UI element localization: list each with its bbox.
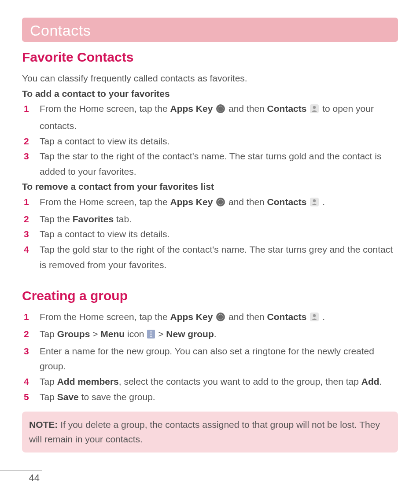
- svg-point-14: [151, 333, 152, 335]
- svg-point-8: [216, 313, 225, 321]
- note-text: If you delete a group, the contacts assi…: [29, 419, 380, 444]
- bold-groups: Groups: [57, 329, 90, 339]
- step-text: .: [379, 376, 382, 386]
- page-number: 44: [29, 472, 40, 483]
- list-item: Tap Add members, select the contacts you…: [22, 374, 398, 390]
- list-item: Tap the star to the right of the contact…: [22, 149, 398, 179]
- step-text: Tap: [40, 376, 57, 386]
- section-heading-favorite: Favorite Contacts: [22, 50, 398, 65]
- contacts-icon: [309, 103, 319, 118]
- bold-apps-key: Apps Key: [170, 312, 213, 322]
- bold-save: Save: [57, 392, 79, 402]
- bold-contacts: Contacts: [267, 312, 307, 322]
- note-box: NOTE: If you delete a group, the contact…: [22, 412, 398, 452]
- menu-icon: [147, 328, 155, 344]
- list-item: Tap the Favorites tab.: [22, 212, 398, 227]
- step-text: .: [214, 329, 217, 339]
- svg-point-15: [151, 335, 152, 337]
- step-text: Tap the: [40, 214, 73, 224]
- svg-point-7: [313, 199, 316, 202]
- step-text: From the Home screen, tap the: [40, 197, 170, 207]
- step-text: icon: [125, 329, 147, 339]
- bold-menu: Menu: [100, 329, 125, 339]
- section-heading-group: Creating a group: [22, 288, 398, 303]
- steps-add-favorite: From the Home screen, tap the Apps Key a…: [22, 101, 398, 179]
- step-text: to save the group.: [79, 392, 155, 402]
- step-text: From the Home screen, tap the: [40, 103, 170, 114]
- bold-add: Add: [361, 376, 379, 386]
- svg-point-0: [216, 104, 225, 113]
- chapter-title: Contacts: [30, 22, 390, 39]
- steps-remove-favorite: From the Home screen, tap the Apps Key a…: [22, 195, 398, 272]
- bold-apps-key: Apps Key: [170, 197, 213, 207]
- apps-key-icon: [216, 103, 225, 118]
- step-text: .: [320, 197, 325, 207]
- list-item: From the Home screen, tap the Apps Key a…: [22, 101, 398, 133]
- bold-apps-key: Apps Key: [170, 103, 213, 114]
- step-text: Tap: [40, 392, 57, 402]
- svg-point-4: [216, 198, 225, 206]
- svg-point-3: [313, 106, 316, 109]
- svg-point-11: [313, 314, 316, 317]
- list-item: Tap Save to save the group.: [22, 390, 398, 405]
- step-text: From the Home screen, tap the: [40, 312, 170, 322]
- step-text: , select the contacts you want to add to…: [119, 376, 361, 386]
- step-text: .: [320, 312, 325, 322]
- list-item: Enter a name for the new group. You can …: [22, 344, 398, 374]
- bold-contacts: Contacts: [267, 197, 307, 207]
- bold-add-members: Add members: [57, 376, 119, 386]
- list-item: From the Home screen, tap the Apps Key a…: [22, 195, 398, 212]
- apps-key-icon: [216, 311, 225, 327]
- bold-contacts: Contacts: [267, 103, 307, 114]
- step-text: and then: [226, 197, 267, 207]
- subheading-add: To add a contact to your favorites: [22, 86, 398, 102]
- chapter-header: Contacts: [22, 18, 398, 42]
- step-text: >: [155, 329, 166, 339]
- step-text: and then: [226, 103, 267, 114]
- apps-key-icon: [216, 196, 225, 212]
- step-text: >: [90, 329, 100, 339]
- page-footer: 44: [0, 470, 42, 484]
- list-item: Tap Groups > Menu icon > New group.: [22, 327, 398, 344]
- list-item: Tap the gold star to the right of the co…: [22, 242, 398, 272]
- list-item: Tap a contact to view its details.: [22, 227, 398, 242]
- bold-new-group: New group: [166, 329, 214, 339]
- steps-create-group: From the Home screen, tap the Apps Key a…: [22, 309, 398, 405]
- note-label: NOTE:: [29, 419, 58, 430]
- contacts-icon: [309, 311, 319, 327]
- intro-text: You can classify frequently called conta…: [22, 71, 398, 86]
- step-text: tab.: [114, 214, 132, 224]
- subheading-remove: To remove a contact from your favorites …: [22, 179, 398, 195]
- bold-favorites: Favorites: [73, 214, 114, 224]
- list-item: From the Home screen, tap the Apps Key a…: [22, 309, 398, 327]
- step-text: Tap: [40, 329, 57, 339]
- list-item: Tap a contact to view its details.: [22, 134, 398, 149]
- svg-point-13: [151, 331, 152, 332]
- step-text: and then: [226, 312, 267, 322]
- contacts-icon: [309, 196, 319, 212]
